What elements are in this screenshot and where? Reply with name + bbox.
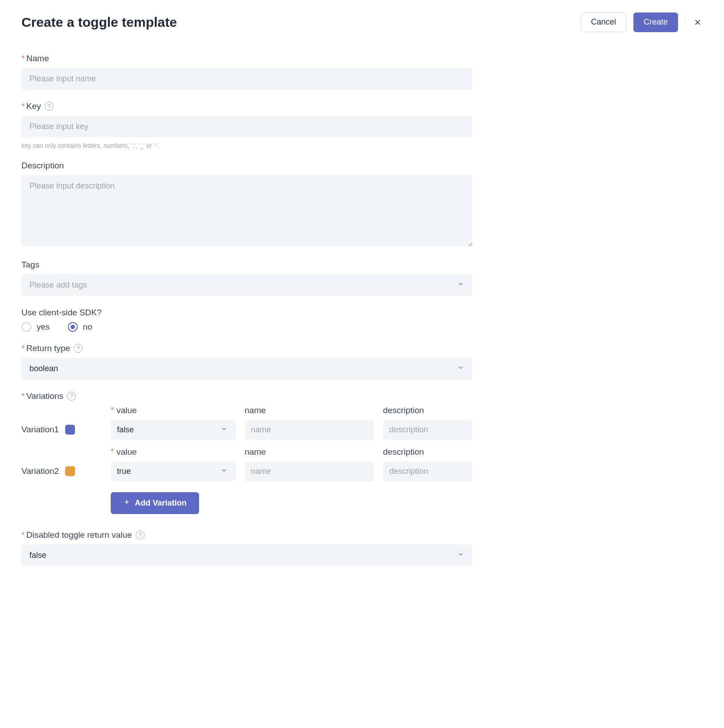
variation-row: Variation1 *value false name description <box>21 406 472 440</box>
key-input[interactable] <box>21 116 472 138</box>
field-description: Description <box>21 161 472 248</box>
variation-row-label: Variation1 <box>21 425 59 435</box>
radio-yes-label: yes <box>37 322 50 332</box>
key-hint: key can only contains letters, numbers, … <box>21 142 472 149</box>
required-star: * <box>21 392 25 401</box>
client-sdk-label: Use client-side SDK? <box>21 308 102 318</box>
field-tags: Tags Please add tags <box>21 260 472 296</box>
col-head-name: name <box>245 447 266 457</box>
tags-label: Tags <box>21 260 39 270</box>
col-head-value: value <box>117 447 137 457</box>
col-head-name: name <box>245 406 266 415</box>
help-icon[interactable]: ? <box>45 102 54 111</box>
col-head-description: description <box>383 406 424 415</box>
radio-circle-icon <box>68 322 78 332</box>
header-actions: Cancel Create <box>581 13 703 32</box>
col-head-value: value <box>117 406 137 415</box>
variation-description-input[interactable] <box>383 461 472 481</box>
plus-icon <box>123 498 130 508</box>
cancel-button[interactable]: Cancel <box>581 13 626 32</box>
create-button[interactable]: Create <box>633 13 678 32</box>
radio-no-label: no <box>83 322 92 332</box>
description-textarea[interactable] <box>21 175 472 247</box>
disabled-return-select[interactable]: false <box>21 544 472 566</box>
required-star: * <box>21 344 25 353</box>
field-return-type: *Return type ? boolean <box>21 343 472 380</box>
return-type-select[interactable]: boolean <box>21 358 472 380</box>
description-label: Description <box>21 161 64 171</box>
col-head-description: description <box>383 447 424 457</box>
variation-row-label: Variation2 <box>21 466 59 476</box>
required-star: * <box>21 531 25 540</box>
field-variations: *Variations ? Variation1 *value false <box>21 391 472 514</box>
header-divider <box>685 16 686 29</box>
variation-value-select[interactable]: false <box>111 420 236 440</box>
required-star: * <box>111 447 114 456</box>
name-input[interactable] <box>21 68 472 90</box>
help-icon[interactable]: ? <box>67 392 76 401</box>
variations-table: Variation1 *value false name description <box>21 406 472 481</box>
name-label: Name <box>26 54 49 63</box>
variation-color-swatch <box>65 425 75 435</box>
variations-label: Variations <box>26 391 63 401</box>
variation-name-input[interactable] <box>245 461 374 481</box>
return-type-label: Return type <box>26 343 70 353</box>
help-icon[interactable]: ? <box>74 344 83 353</box>
disabled-return-label: Disabled toggle return value <box>26 530 132 540</box>
key-label: Key <box>26 101 41 111</box>
field-name: *Name <box>21 54 472 90</box>
variation-name-input[interactable] <box>245 420 374 440</box>
help-icon[interactable]: ? <box>136 531 145 540</box>
add-variation-button[interactable]: Add Variation <box>111 492 199 514</box>
radio-circle-icon <box>21 322 31 332</box>
page-title: Create a toggle template <box>21 15 177 30</box>
radio-yes[interactable]: yes <box>21 322 50 332</box>
tags-select[interactable]: Please add tags <box>21 274 472 296</box>
field-key: *Key ? key can only contains letters, nu… <box>21 101 472 149</box>
variation-value-select[interactable]: true <box>111 461 236 481</box>
variation-row: Variation2 *value true name description <box>21 447 472 481</box>
required-star: * <box>111 406 114 415</box>
radio-no[interactable]: no <box>68 322 92 332</box>
required-star: * <box>21 54 25 63</box>
variation-color-swatch <box>65 466 75 476</box>
field-disabled-return: *Disabled toggle return value ? false <box>21 530 472 566</box>
variation-description-input[interactable] <box>383 420 472 440</box>
required-star: * <box>21 102 25 111</box>
close-icon[interactable] <box>693 17 703 27</box>
field-client-sdk: Use client-side SDK? yes no <box>21 308 472 332</box>
add-variation-label: Add Variation <box>135 498 187 508</box>
